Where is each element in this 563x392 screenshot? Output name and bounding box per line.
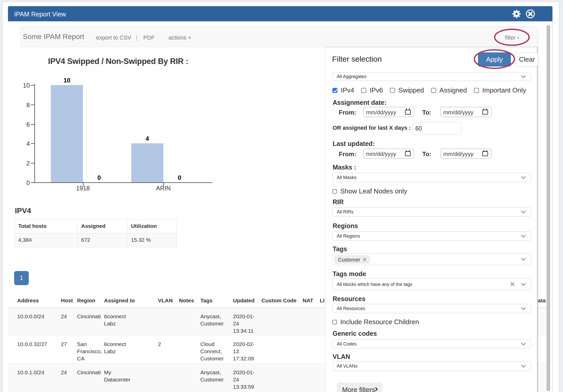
modal-title: IPAM Report View <box>14 11 66 18</box>
swipped-checkbox[interactable] <box>390 88 395 93</box>
ylab-el: 2 <box>20 160 30 167</box>
column-header-address[interactable]: Address <box>17 297 39 304</box>
ylab-el: 4 <box>20 140 30 147</box>
summary-col-header: Total hosts <box>15 219 77 233</box>
settings-gear-icon[interactable] <box>511 9 522 19</box>
vlan-label: VLAN <box>333 353 350 360</box>
tags-mode-label: Tags mode <box>333 270 366 278</box>
column-header-host[interactable]: Host <box>61 297 73 304</box>
more-filters-button[interactable]: More filters <box>337 382 382 392</box>
aggregates-select-value: All Aggregates <box>337 74 367 79</box>
filter-toggle[interactable]: filter ‹ <box>505 34 519 41</box>
bar-el <box>131 143 163 182</box>
assignment-from-input[interactable]: mm/dd/yyyy <box>363 107 414 117</box>
pagination-page-1[interactable]: 1 <box>14 271 29 285</box>
leaf-nodes-checkbox[interactable] <box>332 189 337 194</box>
tags-select[interactable]: Customer✕ <box>332 253 531 265</box>
ipv4-summary-table: Total hostsAssignedUtilization 4,3846721… <box>14 219 177 247</box>
axisline-el <box>31 124 34 125</box>
resources-select[interactable]: All Resources <box>332 304 531 313</box>
chevron-down-icon <box>521 256 526 261</box>
summary-col-header: Assigned <box>77 219 127 233</box>
export-csv-link[interactable]: export to CSV <box>96 34 131 41</box>
resource-children-row: Include Resource Children <box>332 318 419 326</box>
assignment-from-label: From: <box>339 109 356 116</box>
tag-chip-customer[interactable]: Customer✕ <box>335 256 370 263</box>
table-cell: 2020-02-13 17:32:09 <box>233 336 257 362</box>
updated-to-input[interactable]: mm/dd/yyyy <box>440 148 492 159</box>
rir-select[interactable]: All RIRs <box>332 207 531 217</box>
tags-mode-select[interactable]: All blocks which have any of the tags ✕ <box>332 278 531 290</box>
table-cell: San Francisco, CA <box>77 336 103 362</box>
column-header-vlan[interactable]: VLAN <box>158 297 173 304</box>
ylab-el: 10 <box>20 82 30 89</box>
vlab-el: 10 <box>52 77 82 84</box>
or-days-input[interactable]: 60 <box>412 122 461 135</box>
masks-select[interactable]: All Masks <box>332 173 531 182</box>
assignment-date-label: Assignment date: <box>333 99 387 106</box>
scrollbar-thumb[interactable] <box>547 25 550 391</box>
checkbox-label: Assigned <box>439 86 467 94</box>
report-toolbar: Some IPAM Report export to CSV | PDF act… <box>20 26 539 47</box>
tag-remove-icon[interactable]: ✕ <box>362 257 367 263</box>
chevron-down-icon <box>521 209 526 214</box>
column-header-tags[interactable]: Tags <box>200 297 212 304</box>
table-cell: Anycast, Customer <box>200 364 231 383</box>
summary-cell: 4,384 <box>15 233 77 247</box>
aggregates-select[interactable]: All Aggregates <box>332 72 531 81</box>
column-header-notes[interactable]: Notes <box>179 297 194 304</box>
generic-codes-select[interactable]: All Codes <box>332 339 531 348</box>
table-cell: 2020-01-24 13:33:59 <box>233 364 257 390</box>
chevron-down-icon <box>521 73 526 78</box>
vlan-select[interactable]: All VLANs <box>332 361 531 371</box>
ylab-el: 6 <box>20 121 30 128</box>
column-header-updated[interactable]: Updated <box>233 297 255 304</box>
assignment-to-input[interactable]: mm/dd/yyyy <box>440 107 492 117</box>
column-header-custom-code[interactable]: Custom Code <box>261 297 297 304</box>
column-header-region[interactable]: Region <box>77 297 95 304</box>
column-header-li[interactable]: LI <box>320 297 325 304</box>
chevron-down-icon <box>521 363 526 368</box>
axisline-el <box>31 182 34 183</box>
generic-codes-select-value: All Codes <box>337 341 356 347</box>
ipv6-checkbox[interactable] <box>361 88 366 93</box>
chevron-down-icon <box>521 305 526 310</box>
pdf-link[interactable]: PDF <box>143 34 155 41</box>
resource-children-label: Include Resource Children <box>340 318 419 326</box>
actions-menu[interactable]: actions + <box>168 34 191 41</box>
axisline-el <box>31 105 34 105</box>
updated-from-label: From: <box>339 151 356 158</box>
regions-select[interactable]: All Regions <box>332 231 531 241</box>
table-cell: 10.0.0.32/27 <box>17 336 58 348</box>
clear-button[interactable]: Clear <box>516 52 538 67</box>
ipv4-checkbox[interactable] <box>332 88 337 93</box>
vlab-el: 4 <box>132 135 163 142</box>
important-only-checkbox[interactable] <box>474 88 479 93</box>
axisline-el <box>34 84 35 183</box>
ipv4-section-heading: IPV4 <box>15 207 31 215</box>
regions-select-value: All Regions <box>337 234 360 239</box>
vlab-el: 0 <box>164 174 195 181</box>
assigned-checkbox[interactable] <box>431 88 436 93</box>
column-header-nat[interactable]: NAT <box>303 297 313 304</box>
close-icon[interactable] <box>525 9 536 19</box>
vlan-select-value: All VLANs <box>337 363 358 369</box>
calendar-icon <box>405 110 411 115</box>
tags-label: Tags <box>333 245 347 253</box>
date-placeholder: mm/dd/yyyy <box>366 151 396 157</box>
modal-titlebar: IPAM Report View <box>8 6 552 21</box>
chevron-down-icon <box>521 281 526 286</box>
resource-children-checkbox[interactable] <box>332 320 337 324</box>
masks-select-value: All Masks <box>337 175 356 180</box>
apply-button[interactable]: Apply <box>478 52 511 67</box>
table-cell: 6connect Labz <box>104 336 131 355</box>
updated-from-input[interactable]: mm/dd/yyyy <box>363 148 414 159</box>
summary-data-row: 4,38467215.32 % <box>15 233 176 247</box>
or-days-label: OR assigned for last X days : <box>333 125 411 131</box>
bar-el <box>51 85 83 182</box>
table-cell: Cincinnati <box>77 308 103 320</box>
clear-selection-icon[interactable]: ✕ <box>510 281 515 288</box>
table-cell: 2 <box>158 336 173 348</box>
table-cell: Cloud Connect, Customer <box>200 336 231 362</box>
column-header-assigned-to[interactable]: Assigned to <box>104 297 135 304</box>
